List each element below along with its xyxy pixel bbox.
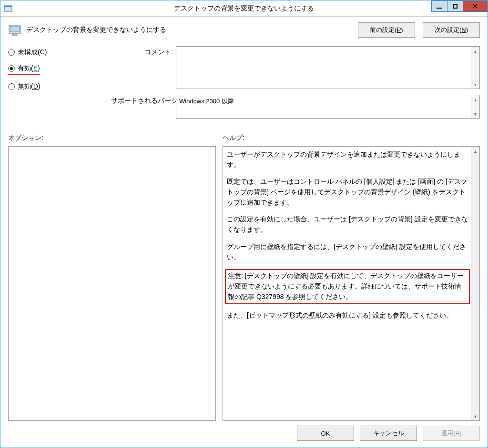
- previous-setting-label: 前の設定(P): [370, 26, 403, 34]
- help-content[interactable]: ユーザーがデスクトップの背景デザインを追加または変更できないようにします。 既定…: [223, 147, 479, 420]
- radio-not-configured-label: 未構成(C): [18, 48, 47, 57]
- ok-label: OK: [321, 430, 330, 437]
- scroll-up-icon: ▴: [471, 47, 479, 55]
- radio-indicator: [8, 83, 15, 90]
- scroll-down-icon: ▾: [471, 412, 479, 420]
- supported-value: Windows 2000 以降: [179, 98, 234, 105]
- help-label: ヘルプ:: [223, 134, 480, 142]
- bottom-button-bar: OK キャンセル 適用(A): [8, 426, 480, 441]
- close-button[interactable]: ✕: [463, 0, 488, 12]
- supported-textarea[interactable]: Windows 2000 以降 ▴ ▾: [176, 95, 480, 119]
- ok-button[interactable]: OK: [297, 426, 354, 441]
- scroll-up-icon: ▴: [471, 95, 479, 104]
- svg-rect-4: [12, 34, 17, 36]
- window-title: デスクトップの背景を変更できないようにする: [0, 4, 488, 13]
- help-paragraph: ユーザーがデスクトップの背景デザインを追加または変更できないようにします。: [227, 149, 468, 170]
- header-row: デスクトップの背景を変更できないようにする 前の設定(P) 次の設定(N): [8, 22, 480, 38]
- titlebar: デスクトップの背景を変更できないようにする ✕: [0, 0, 488, 17]
- supported-label: サポートされるバージョン:: [111, 95, 173, 105]
- help-paragraph: この設定を有効にした場合、ユーザーは [デスクトップの背景] 設定を変更できなく…: [227, 214, 468, 235]
- window-icon: [3, 4, 13, 13]
- svg-rect-1: [4, 6, 12, 7]
- help-paragraph: グループ用に壁紙を指定するには、[デスクトップの壁紙] 設定を使用してください。: [227, 242, 468, 262]
- scroll-down-icon: ▾: [471, 110, 479, 118]
- panes: ユーザーがデスクトップの背景デザインを追加または変更できないようにします。 既定…: [8, 146, 480, 421]
- window-controls: ✕: [431, 0, 488, 16]
- policy-editor-window: デスクトップの背景を変更できないようにする ✕ デスクトップの背景を変更できない…: [0, 0, 488, 448]
- radio-disabled[interactable]: 無効(D): [8, 82, 108, 91]
- svg-rect-3: [10, 26, 20, 32]
- radio-enabled-label: 有効(E): [18, 64, 40, 73]
- pane-labels: オプション: ヘルプ:: [8, 134, 480, 142]
- help-pane: ユーザーがデスクトップの背景デザインを追加または変更できないようにします。 既定…: [223, 146, 480, 421]
- next-setting-label: 次の設定(N): [435, 26, 468, 34]
- config-grid: 未構成(C) 有効(E) 無効(D) コメント: ▴ ▾ サポ: [8, 46, 480, 124]
- client-area: デスクトップの背景を変更できないようにする 前の設定(P) 次の設定(N) 未構…: [0, 17, 488, 448]
- radio-disabled-label: 無効(D): [18, 82, 40, 91]
- radio-indicator: [8, 49, 15, 56]
- scroll-down-icon: ▾: [471, 80, 479, 89]
- scrollbar-track: [471, 155, 479, 412]
- state-radio-group: 未構成(C) 有効(E) 無効(D): [8, 46, 108, 99]
- help-paragraph: また、[ビットマップ形式の壁紙のみ有効にする] 設定も参照してください。: [227, 310, 468, 321]
- options-pane[interactable]: [8, 146, 216, 421]
- help-scrollbar[interactable]: ▴ ▾: [471, 147, 479, 420]
- policy-title: デスクトップの背景を変更できないようにする: [26, 26, 166, 34]
- cancel-button[interactable]: キャンセル: [360, 426, 417, 441]
- comment-textarea[interactable]: ▴ ▾: [176, 46, 480, 89]
- policy-icon: [8, 23, 21, 37]
- radio-enabled[interactable]: 有効(E): [8, 64, 40, 75]
- options-label: オプション:: [8, 134, 223, 142]
- minimize-button[interactable]: [431, 0, 447, 12]
- comment-scrollbar[interactable]: ▴ ▾: [471, 47, 479, 89]
- previous-setting-button[interactable]: 前の設定(P): [358, 22, 415, 38]
- maximize-button[interactable]: [447, 0, 463, 12]
- apply-button[interactable]: 適用(A): [423, 426, 480, 441]
- next-setting-button[interactable]: 次の設定(N): [423, 22, 480, 38]
- help-paragraph: 既定では、ユーザーはコントロール パネルの [個人設定] または [画面] の …: [227, 177, 468, 208]
- nav-buttons: 前の設定(P) 次の設定(N): [358, 22, 480, 38]
- comment-label: コメント:: [111, 46, 173, 57]
- apply-label: 適用(A): [441, 429, 461, 438]
- radio-not-configured[interactable]: 未構成(C): [8, 48, 108, 57]
- cancel-label: キャンセル: [373, 429, 404, 438]
- radio-indicator: [8, 65, 15, 72]
- supported-scrollbar[interactable]: ▴ ▾: [471, 95, 479, 118]
- help-paragraph-note: 注意: [デスクトップの壁紙] 設定を有効にして、デスクトップの壁紙をユーザーが…: [225, 269, 470, 304]
- scroll-up-icon: ▴: [471, 147, 479, 155]
